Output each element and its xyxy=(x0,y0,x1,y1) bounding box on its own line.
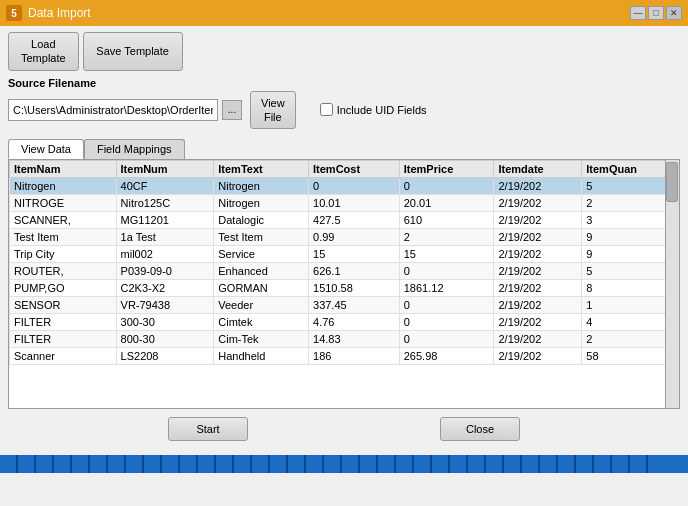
table-cell: 186 xyxy=(309,348,400,365)
progress-segment xyxy=(504,455,522,473)
scrollbar-track[interactable] xyxy=(665,160,679,408)
table-row[interactable]: PUMP,GOC2K3-X2GORMAN1510.581861.122/19/2… xyxy=(10,280,679,297)
table-row[interactable]: Nitrogen40CFNitrogen002/19/2025 xyxy=(10,178,679,195)
table-cell: MG11201 xyxy=(116,212,214,229)
table-cell: Trip City xyxy=(10,246,117,263)
table-cell: Test Item xyxy=(10,229,117,246)
start-button[interactable]: Start xyxy=(168,417,248,441)
table-cell: LS2208 xyxy=(116,348,214,365)
table-cell: 2/19/202 xyxy=(494,280,582,297)
table-row[interactable]: Test Item1a TestTest Item0.9922/19/2029 xyxy=(10,229,679,246)
table-cell: 2 xyxy=(582,195,679,212)
table-cell: Scanner xyxy=(10,348,117,365)
table-cell: 15 xyxy=(309,246,400,263)
col-header-itemcost: ItemCost xyxy=(309,161,400,178)
table-cell: SCANNER, xyxy=(10,212,117,229)
table-cell: 2/19/202 xyxy=(494,297,582,314)
table-cell: 0.99 xyxy=(309,229,400,246)
table-cell: Nitro125C xyxy=(116,195,214,212)
view-file-button[interactable]: View File xyxy=(250,91,296,130)
table-cell: 427.5 xyxy=(309,212,400,229)
table-row[interactable]: FILTER300-30Cimtek4.7602/19/2024 xyxy=(10,314,679,331)
table-cell: 40CF xyxy=(116,178,214,195)
table-cell: 0 xyxy=(309,178,400,195)
progress-segment xyxy=(108,455,126,473)
tab-bar: View Data Field Mappings xyxy=(8,139,680,159)
progress-segment xyxy=(414,455,432,473)
save-template-button[interactable]: Save Template xyxy=(83,32,183,71)
table-row[interactable]: FILTER800-30Cim-Tek14.8302/19/2022 xyxy=(10,331,679,348)
table-cell: C2K3-X2 xyxy=(116,280,214,297)
table-cell: Cimtek xyxy=(214,314,309,331)
table-cell: Veeder xyxy=(214,297,309,314)
progress-segment xyxy=(486,455,504,473)
table-cell: 2/19/202 xyxy=(494,195,582,212)
table-cell: 2/19/202 xyxy=(494,212,582,229)
load-template-button[interactable]: Load Template xyxy=(8,32,79,71)
table-cell: 0 xyxy=(399,331,494,348)
table-row[interactable]: SCANNER,MG11201Datalogic427.56102/19/202… xyxy=(10,212,679,229)
table-cell: 626.1 xyxy=(309,263,400,280)
table-cell: Nitrogen xyxy=(214,195,309,212)
progress-segment xyxy=(576,455,594,473)
progress-segment xyxy=(234,455,252,473)
col-header-itemtext: ItemText xyxy=(214,161,309,178)
minimize-button[interactable]: — xyxy=(630,6,646,20)
table-row[interactable]: ScannerLS2208Handheld186265.982/19/20258 xyxy=(10,348,679,365)
close-button[interactable]: ✕ xyxy=(666,6,682,20)
bottom-buttons: Start Close xyxy=(8,417,680,441)
progress-segment xyxy=(522,455,540,473)
progress-segment xyxy=(432,455,450,473)
table-row[interactable]: Trip Citymil002Service15152/19/2029 xyxy=(10,246,679,263)
table-row[interactable]: SENSORVR-79438Veeder337.4502/19/2021 xyxy=(10,297,679,314)
maximize-button[interactable]: □ xyxy=(648,6,664,20)
progress-segment xyxy=(72,455,90,473)
progress-segment xyxy=(468,455,486,473)
progress-segment xyxy=(270,455,288,473)
close-button-main[interactable]: Close xyxy=(440,417,520,441)
table-cell: 2 xyxy=(582,331,679,348)
table-cell: 2/19/202 xyxy=(494,331,582,348)
tab-field-mappings[interactable]: Field Mappings xyxy=(84,139,185,159)
progress-segment xyxy=(162,455,180,473)
scrollbar-thumb[interactable] xyxy=(666,162,678,202)
table-row[interactable]: ROUTER,P039-09-0Enhanced626.102/19/2025 xyxy=(10,263,679,280)
progress-segment xyxy=(594,455,612,473)
table-row[interactable]: NITROGENitro125CNitrogen10.0120.012/19/2… xyxy=(10,195,679,212)
progress-segment xyxy=(36,455,54,473)
progress-segment xyxy=(306,455,324,473)
source-filename-input[interactable] xyxy=(8,99,218,121)
uid-label: Include UID Fields xyxy=(337,104,427,116)
data-table: ItemNam ItemNum ItemText ItemCost ItemPr… xyxy=(9,160,679,365)
table-cell: 4.76 xyxy=(309,314,400,331)
table-header-row: ItemNam ItemNum ItemText ItemCost ItemPr… xyxy=(10,161,679,178)
col-header-itemnam: ItemNam xyxy=(10,161,117,178)
progress-segment xyxy=(342,455,360,473)
source-filename-label: Source Filename xyxy=(8,77,427,89)
progress-segment xyxy=(198,455,216,473)
table-cell: 8 xyxy=(582,280,679,297)
progress-segment xyxy=(396,455,414,473)
table-cell: 0 xyxy=(399,314,494,331)
table-cell: mil002 xyxy=(116,246,214,263)
table-cell: 14.83 xyxy=(309,331,400,348)
window-title: Data Import xyxy=(28,6,91,20)
progress-segment xyxy=(18,455,36,473)
progress-segment xyxy=(126,455,144,473)
table-cell: 1510.58 xyxy=(309,280,400,297)
table-cell: ROUTER, xyxy=(10,263,117,280)
tab-view-data[interactable]: View Data xyxy=(8,139,84,159)
table-cell: 4 xyxy=(582,314,679,331)
table-cell: 20.01 xyxy=(399,195,494,212)
progress-segment xyxy=(360,455,378,473)
progress-segment xyxy=(54,455,72,473)
progress-bar xyxy=(0,455,688,473)
browse-button[interactable]: ... xyxy=(222,100,242,120)
uid-checkbox[interactable] xyxy=(320,103,333,116)
table-cell: 610 xyxy=(399,212,494,229)
table-cell: SENSOR xyxy=(10,297,117,314)
table-cell: Test Item xyxy=(214,229,309,246)
table-cell: Datalogic xyxy=(214,212,309,229)
col-header-itemprice: ItemPrice xyxy=(399,161,494,178)
progress-segment xyxy=(180,455,198,473)
